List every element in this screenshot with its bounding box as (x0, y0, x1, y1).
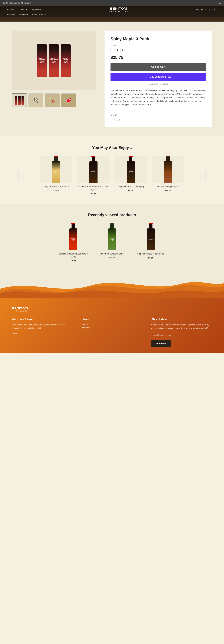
share-label: SHARE (111, 114, 206, 116)
recommendations-title: You May Also Enjoy... (12, 145, 212, 150)
recent-card-name-2: Bloodroot Jalapeno Lime (96, 252, 128, 256)
rec-card-price-4: $10.99 (152, 189, 184, 192)
recent-card-2[interactable]: BLOODROOTJALAPEÑOLIME Bloodroot Jalapeno… (96, 223, 128, 262)
quantity-increase[interactable]: + (120, 48, 125, 52)
bottle-ghost: BENITO'SGHOST PEPPERMAPLESYRUP (49, 44, 59, 77)
shop-pay-icon: ⚡ (146, 76, 149, 78)
nav-ingredients[interactable]: Ingredients (32, 8, 41, 11)
recently-viewed-section: Recently viewed products BENITO'SREAPERM… (0, 204, 224, 271)
thumbnail-row: 🍳 🍗 🥩 (12, 94, 96, 107)
product-info: Spicy Maple 3 Pack QUANTITY − 1 + $25.75… (105, 30, 212, 128)
thumbnail-1[interactable] (12, 94, 27, 107)
facebook-icon[interactable]:  (217, 2, 218, 4)
recent-card-price-1: $8.99 (57, 260, 90, 262)
product-images: BENITO'SHABANEROMAPLESYRUP BENITO'SGHOST… (12, 30, 96, 128)
share-section: SHARE f 𝕏 𝓟 (111, 111, 206, 122)
nav-left: Products▾ About Us Ingredients (6, 8, 41, 11)
nav-products[interactable]: Products▾ (6, 8, 15, 11)
recent-card-image-3: BENITO'SCHIPOTLE (134, 223, 167, 250)
quantity-section: QUANTITY − 1 + (111, 44, 206, 52)
pinterest-share-icon[interactable]: 𝓟 (118, 118, 120, 122)
announcement-text: $7.49 Shipping On All Orders! (3, 2, 31, 4)
rec-card-2[interactable]: BENITO'SCHIPOTLE Chipotle Bourbon Infuse… (77, 156, 110, 194)
rec-card-name-2: Chipotle Bourbon Infused Maple Syrup (77, 185, 110, 191)
cart-nav[interactable]: 🛒 Cart · 0 (209, 8, 218, 11)
nav-contact[interactable]: Contact Us (6, 13, 15, 16)
recently-viewed-grid: BENITO'SREAPERMAPLE Carolina Reaper Infu… (12, 223, 212, 262)
rec-card-4[interactable]: FISHER CATMAPLE Fisher Cat Maple Syrup $… (152, 156, 184, 194)
instagram-icon[interactable]: ☉ (219, 2, 221, 4)
rec-card-price-1: $8.45 (40, 189, 72, 192)
rec-card-3[interactable]: BENITO'SCHIPOTLE Chipotle Infused Maple … (114, 156, 147, 194)
carousel-prev-button[interactable]: ‹ (12, 172, 19, 179)
footer-col-about: We Know Flavor! Benito's Hot Sauce has b… (12, 318, 73, 334)
products-carousel: ‹ BENITO'S Mango Habanero Hot Sauce $8.4… (12, 156, 212, 194)
rec-card-price-2: $8.99 (77, 192, 110, 194)
footer-enjoy: Enjoy! (12, 332, 73, 334)
more-payment-options[interactable]: More payment options (111, 83, 206, 85)
subscribe-button[interactable]: Subscribe (151, 340, 171, 347)
rec-card-name-3: Chipotle Infused Maple Syrup (114, 185, 147, 188)
rec-card-name-1: Mango Habanero Hot Sauce (40, 185, 72, 188)
recent-card-name-3: Chipotle Infused Maple Syrup (134, 252, 167, 256)
shop-pay-button[interactable]: ⚡ Buy with shop Pay (111, 73, 206, 81)
footer-logo-title: BENITO'S (12, 307, 212, 310)
footer-col-links: Links Search About Us (82, 318, 142, 330)
recent-card-image-1: BENITO'SREAPERMAPLE (57, 223, 90, 250)
thumbnail-3[interactable]: 🍗 (45, 94, 60, 107)
rec-card-image-2: BENITO'SCHIPOTLE (77, 156, 110, 183)
rec-card-1[interactable]: BENITO'S Mango Habanero Hot Sauce $8.45 (40, 156, 72, 194)
product-section: BENITO'SHABANEROMAPLESYRUP BENITO'SGHOST… (0, 22, 224, 136)
footer-col2-title: Links (82, 318, 142, 321)
nav-about[interactable]: About Us (19, 8, 27, 11)
quantity-value: 1 (117, 49, 118, 51)
bottle-reaper: BENITO'SREAPERMAPLESYRUP (61, 44, 71, 77)
footer-col3-text: Enter your email below and we'll keep yo… (151, 323, 212, 330)
rec-card-name-4: Fisher Cat Maple Syrup (152, 185, 184, 188)
recent-card-3[interactable]: BENITO'SCHIPOTLE Chipotle Infused Maple … (134, 223, 167, 262)
footer-col1-title: We Know Flavor! (12, 318, 73, 321)
quantity-decrease[interactable]: − (111, 48, 115, 52)
twitter-share-icon[interactable]: 𝕏 (113, 118, 116, 122)
thumbnail-2[interactable]: 🍳 (28, 94, 43, 107)
product-title: Spicy Maple 3 Pack (111, 36, 206, 41)
navigation: Products▾ About Us Ingredients BENITO'S … (0, 6, 224, 17)
social-icons:  ☉ (217, 2, 221, 4)
recommendations-grid: BENITO'S Mango Habanero Hot Sauce $8.45 … (20, 156, 204, 194)
nav-wholesale[interactable]: Wholesale (19, 13, 28, 16)
rec-card-price-3: $8.99 (114, 189, 147, 192)
footer-col1-text: Benito's Hot Sauce has been spicing thin… (12, 323, 73, 330)
recently-viewed-title: Recently viewed products (12, 212, 212, 217)
logo[interactable]: BENITO'S · HOT SAUCE · (41, 7, 196, 12)
recommendations-section: You May Also Enjoy... ‹ BENITO'S Mango H… (0, 136, 224, 204)
facebook-share-icon[interactable]: f (111, 118, 111, 122)
email-input[interactable] (151, 332, 212, 338)
thumbnail-4[interactable]: 🥩 (61, 94, 76, 107)
footer: BENITO'S · HOT SAUCE · We Know Flavor! B… (0, 298, 224, 353)
add-to-cart-button[interactable]: Add to Cart (111, 63, 206, 71)
recent-card-name-1: Carolina Reaper Infused Maple Syrup (57, 252, 90, 258)
nav-right: 🔍 Search 🛒 Cart · 0 (196, 8, 218, 11)
cart-icon: 🛒 (209, 8, 211, 11)
footer-col-newsletter: Stay Updated! Enter your email below and… (151, 318, 212, 347)
footer-link-about[interactable]: About Us (82, 327, 142, 329)
wave-svg (0, 271, 224, 298)
recent-card-1[interactable]: BENITO'SREAPERMAPLE Carolina Reaper Infu… (57, 223, 90, 262)
footer-col3-title: Stay Updated! (151, 318, 212, 321)
search-icon: 🔍 (196, 8, 199, 11)
carousel-next-button[interactable]: › (205, 172, 212, 179)
footer-logo: BENITO'S · HOT SAUCE · (12, 307, 212, 312)
recent-card-price-3: $8.99 (134, 256, 167, 259)
logo-title: BENITO'S · HOT SAUCE · (41, 7, 196, 12)
search-nav[interactable]: 🔍 Search (196, 8, 206, 11)
footer-link-search[interactable]: Search (82, 323, 142, 326)
quantity-controls: − 1 + (111, 48, 206, 52)
rec-card-image-3: BENITO'SCHIPOTLE (114, 156, 147, 183)
nav-retail[interactable]: Retail Locations (32, 13, 46, 16)
recent-card-price-2: $7.49 (96, 256, 128, 259)
main-product-image[interactable]: BENITO'SHABANEROMAPLESYRUP BENITO'SGHOST… (12, 30, 96, 90)
header-wood-texture (0, 17, 224, 22)
bottle-group: BENITO'SHABANEROMAPLESYRUP BENITO'SGHOST… (34, 41, 74, 80)
footer-wave (0, 271, 224, 298)
footer-logo-subtitle: · HOT SAUCE · (12, 310, 212, 312)
